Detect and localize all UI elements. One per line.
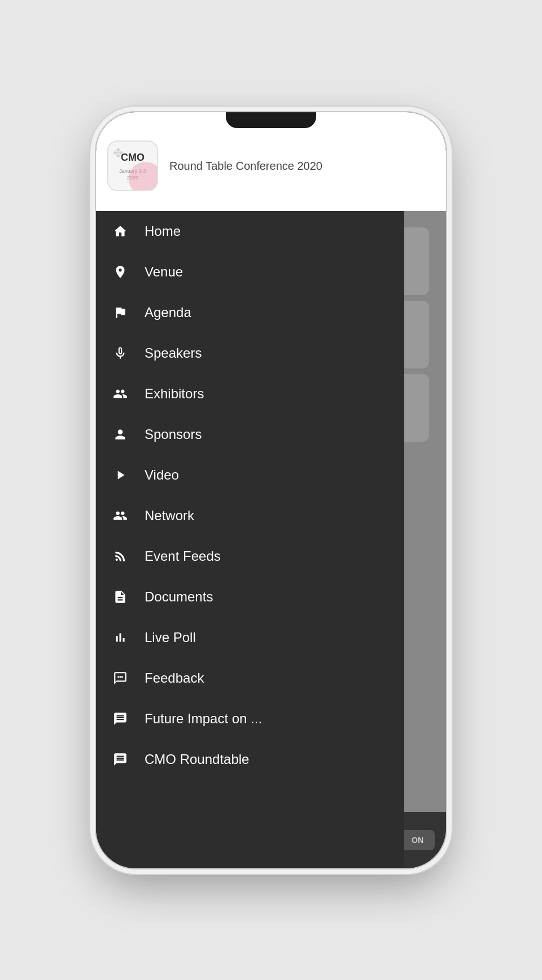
mic-icon (110, 343, 130, 363)
menu-label-venue: Venue (145, 264, 183, 280)
menu-label-exhibitors: Exhibitors (145, 386, 204, 402)
menu-label-documents: Documents (145, 589, 213, 605)
header-event-info: Round Table Conference 2020 (169, 159, 435, 173)
logo-box[interactable]: ✤ CMO January 1-22020 (107, 140, 158, 191)
menu-item-video[interactable]: Video (96, 455, 404, 495)
menu-item-agenda[interactable]: Agenda (96, 292, 404, 333)
svg-point-5 (117, 676, 119, 678)
menu-item-documents[interactable]: Documents (96, 577, 404, 617)
svg-point-6 (119, 676, 121, 678)
menu-item-venue[interactable]: Venue (96, 252, 404, 292)
feedback-chat-icon (110, 668, 130, 688)
menu-label-video: Video (145, 467, 179, 483)
logo-pink-shape (129, 162, 158, 191)
svg-point-7 (121, 676, 123, 678)
menu-item-live-poll[interactable]: Live Poll (96, 617, 404, 658)
document-icon (110, 587, 130, 607)
drawer-menu: Home Venue (96, 211, 404, 868)
menu-label-agenda: Agenda (145, 305, 191, 320)
menu-label-home: Home (145, 223, 181, 239)
menu-item-event-feeds[interactable]: Event Feeds (96, 536, 404, 577)
sponsors-icon (110, 424, 130, 445)
logo-cmo-text: CMO (121, 152, 145, 164)
menu-label-network: Network (145, 508, 194, 524)
home-icon (110, 221, 130, 241)
menu-label-speakers: Speakers (145, 345, 202, 361)
menu-item-sponsors[interactable]: Sponsors (96, 414, 404, 455)
menu-label-sponsors: Sponsors (145, 427, 202, 442)
menu-item-speakers[interactable]: Speakers (96, 333, 404, 373)
flag-icon (110, 302, 130, 323)
location-icon (110, 262, 130, 282)
menu-item-network[interactable]: Network (96, 495, 404, 536)
menu-label-live-poll: Live Poll (145, 630, 196, 645)
future-impact-icon (110, 709, 130, 729)
phone-screen: nd Tableference peakers (96, 112, 446, 868)
phone-notch (226, 112, 316, 128)
cmo-roundtable-icon (110, 749, 130, 770)
phone-frame: nd Tableference peakers (96, 112, 446, 868)
network-icon (110, 506, 130, 526)
menu-label-event-feeds: Event Feeds (145, 548, 221, 564)
action-button[interactable]: ON (400, 830, 435, 850)
phone-wrapper: nd Tableference peakers (0, 0, 542, 980)
menu-item-cmo-roundtable[interactable]: CMO Roundtable (96, 739, 404, 780)
menu-item-exhibitors[interactable]: Exhibitors (96, 373, 404, 414)
menu-item-feedback[interactable]: Feedback (96, 658, 404, 698)
menu-item-home[interactable]: Home (96, 211, 404, 252)
menu-label-future-impact: Future Impact on ... (145, 711, 262, 727)
menu-item-future-impact[interactable]: Future Impact on ... (96, 698, 404, 739)
menu-label-cmo-roundtable: CMO Roundtable (145, 752, 249, 767)
menu-label-feedback: Feedback (145, 670, 204, 686)
exhibitors-icon (110, 384, 130, 404)
play-icon (110, 465, 130, 485)
rss-icon (110, 546, 130, 566)
barchart-icon (110, 627, 130, 648)
event-name: Round Table Conference 2020 (169, 159, 435, 173)
